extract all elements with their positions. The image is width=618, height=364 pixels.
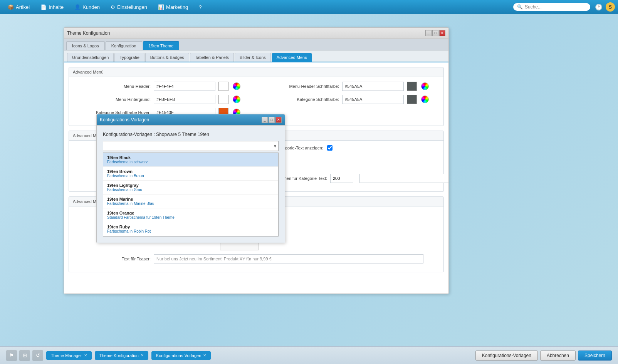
help-icon: ? [199,4,202,10]
abbrechen-button[interactable]: Abbrechen [540,351,576,361]
list-item-lightgray[interactable]: 19ten Lightgray Farbschema in Grau [103,181,278,195]
teaser-text-row: Text für Teaser: [74,254,439,263]
nav-marketing[interactable]: 📊 Marketing [153,3,193,12]
menu-bg-color-picker[interactable] [232,95,242,104]
konfig-minimize-button[interactable]: _ [262,117,268,123]
einstellungen-icon: ⚙ [111,4,115,10]
item-marine-sub: Farbschema in Marine Blau [107,201,274,206]
window-controls: _ □ ✕ [425,30,445,36]
list-item-black[interactable]: 19ten Black Farbschema in schwarz [103,153,278,167]
taskbar-icon-1[interactable]: ⚑ [6,350,17,361]
tab-19ten-theme[interactable]: 19ten Theme [143,41,180,50]
menu-header-font-picker[interactable] [420,82,430,91]
close-button[interactable]: ✕ [439,30,445,36]
bottom-tab-theme-config[interactable]: Theme Konfiguration ✕ [95,351,148,360]
tab-icons-logos[interactable]: Icons & Logos [66,41,105,50]
menu-cat-font-row: Kategorie Schriftfarbe: [262,95,439,104]
main-area: Theme Konfiguration _ □ ✕ Icons & Logos … [0,14,618,364]
konfig-vorlagen-close-icon[interactable]: ✕ [203,353,206,357]
menu-header-font-input[interactable] [342,82,404,91]
theme-config-close-icon[interactable]: ✕ [141,353,144,357]
konfig-title: Konfigurations-Vorlagen [100,117,149,122]
item-black-title: 19ten Black [107,155,274,160]
item-ruby-sub: Farbschema in Robin Rot [107,229,274,233]
bottom-tab-theme-manager[interactable]: Theme Manager ✕ [46,351,92,360]
nav-help[interactable]: ? [194,3,206,12]
clock-icon[interactable]: 🕐 [595,3,603,11]
konfigurations-vorlagen-button[interactable]: Konfigurations-Vorlagen [475,351,538,361]
konfig-vorlagen-tab-label: Konfigurations-Vorlagen [156,353,201,358]
speichern-button[interactable]: Speichern [578,351,612,361]
bottom-button-group: Konfigurations-Vorlagen Abbrechen Speich… [475,351,612,361]
konfig-vorlagen-popup: Konfigurations-Vorlagen _ □ ✕ Konfigurat… [96,114,285,243]
menu-cat-font-swatch[interactable] [407,95,417,104]
menu-cat-font-input[interactable] [342,95,404,104]
taskbar-icon-2[interactable]: ⊞ [19,350,30,361]
teaser-text-label: Text für Teaser: [74,257,151,261]
inner-tab-advanced-menu[interactable]: Advanced Menü [272,53,312,62]
right-column: Menü-Header Schriftfarbe: Kategorie Schr… [262,82,439,121]
item-ruby-title: 19ten Ruby [107,225,274,229]
menu-header-font-swatch[interactable] [407,82,417,91]
konfig-close-button[interactable]: ✕ [275,117,282,123]
nav-artikel[interactable]: 📦 Artikel [3,3,34,12]
theme-config-tab-label: Theme Konfiguration [99,353,139,358]
kunden-icon: 👤 [74,4,81,10]
nav-einstellungen[interactable]: ⚙ Einstellungen [106,3,152,12]
search-bar: 🔍 [513,3,590,11]
taskbar-icon-3[interactable]: ↺ [32,350,43,361]
item-orange-title: 19ten Orange [107,211,274,215]
marketing-icon: 📊 [158,4,164,10]
bottom-tab-konfig-vorlagen[interactable]: Konfigurations-Vorlagen ✕ [151,351,211,360]
menu-header-input[interactable] [154,82,215,91]
inner-tab-typografie[interactable]: Typografie [114,53,144,62]
text-chars-input[interactable] [330,174,353,183]
shopware-badge: 5 [606,2,615,12]
menu-header-swatch[interactable] [218,82,228,91]
list-item-orange[interactable]: 19ten Orange Standard Farbschema für 19t… [103,208,278,222]
inner-tab-tabellen[interactable]: Tabellen & Panels [190,53,234,62]
kat-text-checkbox[interactable] [327,145,333,151]
theme-config-titlebar: Theme Konfiguration _ □ ✕ [64,28,448,39]
list-item-ruby[interactable]: 19ten Ruby Farbschema in Robin Rot [103,222,278,236]
konfig-window-controls: _ □ ✕ [262,117,282,123]
nav-inhalte[interactable]: 📄 Inhalte [36,3,68,12]
bottom-bar: ⚑ ⊞ ↺ Theme Manager ✕ Theme Konfiguratio… [0,346,618,364]
inner-tab-grundeinstellungen[interactable]: Grundeinstellungen [67,53,114,62]
konfig-subtitle: Konfigurations-Vorlagen : Shopware 5 The… [103,132,279,137]
main-tab-bar: Icons & Logos Konfiguration 19ten Theme [64,39,448,50]
maximize-button[interactable]: □ [432,30,438,36]
item-marine-title: 19ten Marine [107,197,274,201]
minimize-button[interactable]: _ [425,30,432,36]
menu-header-color-picker[interactable] [232,82,242,91]
nav-kunden[interactable]: 👤 Kunden [70,3,104,12]
theme-manager-close-icon[interactable]: ✕ [84,353,87,357]
menu-header-row: Menü-Header: [74,82,250,91]
tab-konfiguration[interactable]: Konfiguration [106,41,142,50]
menu-bg-input[interactable] [154,95,215,104]
list-item-marine[interactable]: 19ten Marine Farbschema in Marine Blau [103,195,278,208]
menu-cat-font-label: Kategorie Schriftfarbe: [262,97,339,102]
konfig-titlebar: Konfigurations-Vorlagen _ □ ✕ [97,114,285,126]
item-brown-title: 19ten Brown [107,169,274,174]
menu-bg-swatch[interactable] [218,95,228,104]
advanced-menu-title: Advanced Menü [69,67,443,77]
konfig-popup-content: Konfigurations-Vorlagen : Shopware 5 The… [97,126,285,243]
menu-header-font-label: Menü-Header Schriftfarbe: [262,84,339,89]
inhalte-icon: 📄 [40,4,47,10]
inner-tab-bilder[interactable]: Bilder & Icons [235,53,271,62]
theme-config-title: Theme Konfiguration [67,30,110,36]
menu-cat-font-picker[interactable] [420,95,430,104]
konfig-dropdown[interactable] [103,141,279,151]
taskbar-icons: ⚑ ⊞ ↺ [6,350,43,361]
item-orange-sub: Standard Farbschema für 19ten Theme [107,215,274,220]
inner-tab-bar: Grundeinstellungen Typografie Buttons & … [64,50,448,62]
menu-bg-label: Menü Hintergrund: [74,97,151,102]
konfig-maximize-button[interactable]: □ [269,117,275,123]
theme-manager-tab-label: Theme Manager [51,353,82,358]
text-long-input[interactable] [359,174,448,183]
teaser-text-input[interactable] [154,254,423,263]
inner-tab-buttons[interactable]: Buttons & Badges [145,53,189,62]
search-input[interactable] [525,4,586,10]
list-item-brown[interactable]: 19ten Brown Farbschema in Braun [103,167,278,181]
